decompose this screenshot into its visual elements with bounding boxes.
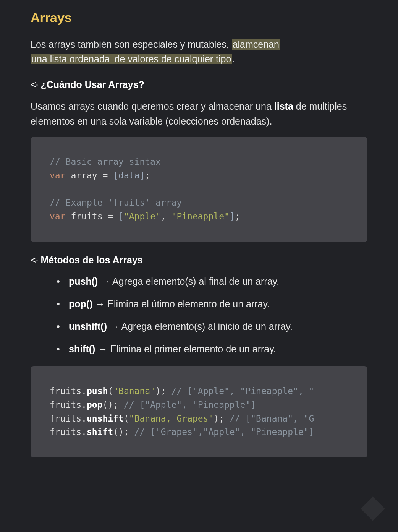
code-string: "Pineapple" [171,211,230,221]
code-comment: // ["Apple", "Pineapple"] [118,400,256,410]
code-method: push [87,386,108,396]
method-desc: Elimina el primer elemento de un array. [110,344,276,354]
para-bold-lista: lista [274,101,293,112]
subheading-text: ¿Cuándo Usar Arrays? [38,79,144,90]
code-comma: , [161,211,171,221]
code-comment: // Example 'fruits' array [50,198,182,208]
list-item: pop() → Elimina el útimo elemento de un … [53,297,367,311]
code-method: unshift [87,414,124,423]
code-identifier: array [66,170,103,180]
subheading-text: Métodos de los Arrays [38,255,143,265]
code-operator: = [102,170,113,180]
code-string: "Banana, Grapes" [129,414,214,423]
code-keyword: var [50,211,66,221]
code-identifier: fruits [50,386,81,396]
intro-paragraph: Los arrays también son especiales y muta… [31,37,367,67]
code-operator: = [108,211,118,221]
code-comment: // Basic array sintax [50,157,161,167]
code-string: "Apple" [124,211,161,221]
code-identifier: fruits [66,211,108,221]
code-comment: // ["Banana", "G [224,414,314,423]
code-semicolon: ; [161,386,166,396]
code-comment: // ["Apple", "Pineapple", " [166,386,314,396]
code-paren: ) [155,386,161,396]
watermark-logo-icon [359,495,387,522]
code-dot: . [81,386,87,396]
code-string: "Banana" [113,386,155,396]
code-identifier: fruits [50,414,81,423]
arrow-icon: → [95,344,110,354]
code-method: shift [87,427,113,437]
method-desc: Elimina el útimo elemento de un array. [107,298,270,309]
code-identifier: fruits [50,427,81,437]
document-content: Arrays Los arrays también son especiales… [0,8,398,457]
arrow-icon: → [107,321,121,332]
list-item: push() → Agrega elemento(s) al final de … [53,274,367,289]
method-desc: Agrega elemento(s) al final de un array. [112,276,279,287]
methods-list: push() → Agrega elemento(s) al final de … [31,274,367,356]
code-meta: data [118,170,139,180]
code-call: (); [103,400,119,410]
code-semicolon: ; [219,414,224,423]
subheading-when-use: <· ¿Cuándo Usar Arrays? [31,77,367,92]
code-block-methods: fruits.push("Banana"); // ["Apple", "Pin… [31,366,367,457]
code-paren: ( [124,414,129,423]
subheading-methods: <· Métodos de los Arrays [31,253,367,268]
list-item: unshift() → Agrega elemento(s) al inicio… [53,319,367,334]
code-bracket: ] [230,211,235,221]
arrow-icon: → [98,276,112,287]
code-call: (); [113,427,129,437]
list-item: shift() → Elimina el primer elemento de … [53,342,367,357]
when-use-paragraph: Usamos arrays cuando queremos crear y al… [31,99,367,129]
subheading-prefix: <· [31,79,38,90]
arrow-icon: → [92,298,107,309]
method-desc: Agrega elemento(s) al inicio de un array… [121,321,292,332]
subheading-prefix: <· [31,255,38,265]
intro-text-after: . [232,54,235,64]
method-name: pop() [69,298,92,309]
code-paren: ) [214,414,219,423]
code-dot: . [81,427,87,437]
code-bracket: ] [139,170,145,180]
intro-text-before: Los arrays también son especiales y muta… [31,39,232,50]
code-bracket: [ [113,170,118,180]
code-semicolon: ; [145,170,150,180]
code-keyword: var [50,170,66,180]
code-semicolon: ; [235,211,240,221]
highlight-2b: de valores de cualquier tipo [111,54,232,64]
method-name: unshift() [69,321,107,332]
code-block-syntax: // Basic array sintax var array = [data]… [31,137,367,242]
code-bracket: [ [118,211,124,221]
section-title-arrays: Arrays [31,8,367,28]
code-method: pop [87,400,103,410]
method-name: shift() [69,344,95,354]
code-dot: . [81,414,87,423]
code-comment: // ["Grapes","Apple", "Pineapple"] [129,427,314,437]
code-identifier: fruits [50,400,81,410]
code-paren: ( [108,386,113,396]
method-name: push() [69,276,98,287]
para-text-a: Usamos arrays cuando queremos crear y al… [31,101,274,112]
highlight-2a: una lista ordenada [31,54,111,64]
highlight-1: alamcenan [232,39,280,50]
code-dot: . [81,400,87,410]
